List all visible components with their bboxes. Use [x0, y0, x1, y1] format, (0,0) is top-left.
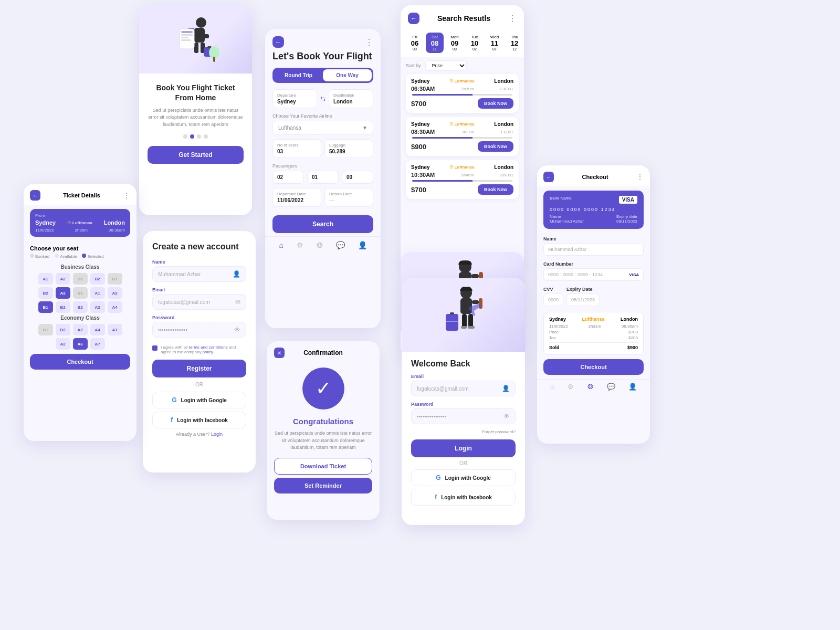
checkout-name-input[interactable]: Muhammad Azhar: [543, 243, 644, 256]
cvv-input[interactable]: 0000: [543, 293, 563, 306]
seat-A1-eco[interactable]: A1: [108, 324, 122, 335]
settings-nav-icon[interactable]: ⚙: [297, 241, 303, 249]
seat-A2d-biz[interactable]: A2: [90, 301, 105, 313]
summary-to: London: [621, 317, 638, 322]
ticket-more-icon[interactable]: ⋮: [123, 191, 130, 200]
dropdown-icon: ▼: [362, 125, 368, 131]
destination-field[interactable]: Destination London: [329, 89, 373, 108]
infant-count[interactable]: 00: [342, 171, 373, 184]
profile-nav-icon[interactable]: 👤: [358, 241, 367, 249]
child-count[interactable]: 01: [307, 171, 339, 184]
dot-3: [197, 134, 201, 139]
seat-A1b-biz[interactable]: A1: [90, 287, 105, 299]
sort-selector[interactable]: Price Duration Departure: [425, 60, 467, 71]
seat-B2b-biz[interactable]: B2: [38, 287, 53, 299]
name-input[interactable]: Muhammad Azhar 👤: [152, 266, 246, 282]
seat-A7-eco[interactable]: A7: [90, 338, 105, 350]
download-ticket-button[interactable]: Download Ticket: [274, 458, 372, 475]
date-thu[interactable]: Thu1212: [506, 33, 523, 53]
seat-B2-biz[interactable]: B2: [90, 273, 105, 285]
set-reminder-button[interactable]: Set Reminder: [274, 478, 372, 494]
co-messages-icon[interactable]: 💬: [607, 383, 615, 391]
seat-B1c-biz[interactable]: B1: [73, 287, 88, 299]
flight2-to: London: [494, 121, 513, 127]
search-more-icon[interactable]: ⋮: [508, 14, 517, 24]
book-more-icon[interactable]: ⋮: [365, 37, 373, 47]
email-input[interactable]: fugalucas@gmail.com ✉: [152, 294, 246, 310]
date-sat[interactable]: Sat0811: [426, 33, 444, 53]
adult-count[interactable]: 02: [272, 171, 304, 184]
google-login-button[interactable]: G Login with Google: [152, 392, 246, 408]
seat-A2c-biz[interactable]: A2: [108, 287, 122, 299]
home-nav-icon[interactable]: ⌂: [279, 241, 283, 249]
login-link[interactable]: Login: [211, 432, 223, 437]
ticket-checkout-button[interactable]: Checkout: [30, 354, 130, 370]
seat-B1-eco[interactable]: B1: [38, 324, 53, 335]
ticket-back-button[interactable]: ←: [30, 190, 40, 201]
explore-nav-icon[interactable]: ❂: [317, 241, 323, 249]
co-explore-icon[interactable]: ❂: [587, 383, 593, 391]
login-button[interactable]: Login: [411, 439, 516, 457]
departure-date-field[interactable]: Departure Date 11/06/2022: [272, 188, 321, 207]
checkout-back-button[interactable]: ←: [543, 172, 554, 182]
seat-A4-eco[interactable]: A4: [90, 324, 105, 335]
login-google-label: Login with Google: [445, 475, 491, 481]
login-facebook-button[interactable]: f Login with facebook: [411, 489, 516, 506]
login-google-button[interactable]: G Login with Google: [411, 469, 516, 486]
airline-value: Lufthansa: [278, 125, 301, 131]
name-placeholder: Muhammad Azhar: [158, 271, 201, 277]
seat-B2d-biz[interactable]: B2: [73, 301, 88, 313]
get-started-button[interactable]: Get Started: [148, 146, 244, 164]
expiry-input[interactable]: 08/11/2023: [566, 293, 600, 306]
facebook-login-button[interactable]: f Login with facebook: [152, 412, 246, 428]
search-back-button[interactable]: ←: [408, 13, 419, 24]
book-back-button[interactable]: ←: [272, 36, 284, 48]
date-tue[interactable]: Tue1002: [466, 33, 484, 53]
luggage-field[interactable]: Luggage 50.289: [324, 139, 373, 158]
seat-A6-eco[interactable]: A6: [73, 338, 88, 350]
checkout-more-icon[interactable]: ⋮: [636, 173, 644, 181]
forget-password-link[interactable]: Forget password?: [402, 429, 525, 439]
card-holder-value: Muhammad Azhar: [550, 219, 584, 224]
login-eye-icon[interactable]: 👁: [503, 413, 510, 420]
return-date-field[interactable]: Return Date —: [324, 188, 373, 207]
flight1-book-button[interactable]: Book Now: [478, 98, 513, 109]
co-settings-icon[interactable]: ⚙: [568, 383, 574, 391]
departure-field[interactable]: Departure Sydney: [272, 89, 317, 108]
date-wed[interactable]: Wed1107: [486, 33, 503, 53]
swap-icon[interactable]: ⇆: [320, 89, 326, 108]
date-mon[interactable]: Mon0909: [446, 33, 464, 53]
date-fri[interactable]: Fri0609: [406, 33, 424, 53]
card-number-input[interactable]: 0000 - 0000 - 0000 - 1234 VISA: [543, 268, 644, 281]
flight3-book-button[interactable]: Book Now: [478, 184, 513, 195]
airline-selector[interactable]: Lufthansa ▼: [272, 121, 373, 135]
co-home-icon[interactable]: ⌂: [550, 383, 554, 391]
seats-field[interactable]: No of seats 03: [272, 139, 321, 158]
seat-A1-biz[interactable]: A1: [38, 273, 53, 285]
flight2-book-button[interactable]: Book Now: [478, 141, 513, 152]
checkout-button[interactable]: Checkout: [543, 359, 644, 375]
seat-A2-eco[interactable]: A2: [73, 324, 88, 335]
seat-B1-biz[interactable]: B1: [73, 273, 88, 285]
seat-B1b-biz[interactable]: B1: [108, 273, 122, 285]
eye-icon[interactable]: 👁: [234, 326, 240, 333]
messages-nav-icon[interactable]: 💬: [336, 241, 345, 249]
seat-A2-biz[interactable]: A2: [56, 273, 70, 285]
seat-B2c-biz[interactable]: B2: [56, 301, 70, 313]
seat-A4-biz[interactable]: A4: [108, 301, 122, 313]
register-button[interactable]: Register: [152, 360, 246, 377]
ticket-airline: ☉ Lufthansa: [67, 220, 92, 225]
co-profile-icon[interactable]: 👤: [628, 383, 637, 391]
seat-B2-eco[interactable]: B2: [56, 324, 70, 335]
agree-checkbox[interactable]: [152, 345, 158, 351]
login-password-input[interactable]: •••••••••••••••• 👁: [411, 408, 516, 424]
close-button[interactable]: ✕: [274, 348, 285, 358]
one-way-button[interactable]: One Way: [323, 69, 372, 81]
seat-A2b-biz[interactable]: A2: [56, 287, 70, 299]
round-trip-button[interactable]: Round Trip: [274, 69, 323, 81]
seat-A2b-eco[interactable]: A2: [56, 338, 70, 350]
seat-B1d-biz[interactable]: B1: [38, 301, 53, 313]
search-button[interactable]: Search: [272, 215, 373, 233]
login-email-input[interactable]: fugalucas@gmail.com 👤: [411, 381, 516, 396]
password-input[interactable]: •••••••••••••••• 👁: [152, 322, 246, 338]
